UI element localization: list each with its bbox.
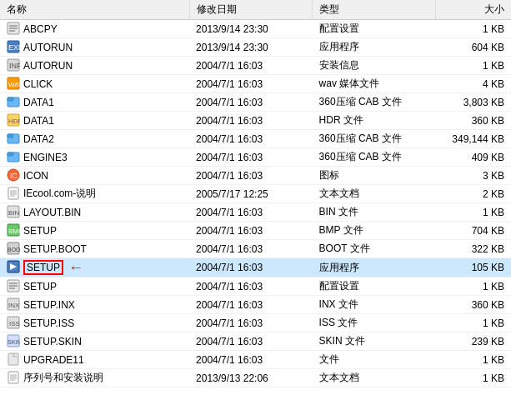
file-date: 2004/7/1 16:03 (189, 148, 313, 167)
file-size: 105 KB (435, 258, 511, 278)
file-size: 409 KB (435, 148, 511, 167)
file-name: AUTORUN (23, 60, 73, 72)
file-size: 1 KB (435, 278, 511, 296)
file-icon: IC (7, 168, 20, 182)
file-date: 2013/9/14 23:30 (189, 20, 313, 38)
column-header-size[interactable]: 大小 (435, 0, 511, 20)
file-size: 1 KB (435, 203, 511, 222)
svg-text:SKIN: SKIN (8, 339, 20, 345)
table-row[interactable]: DATA12004/7/1 16:03360压缩 CAB 文件3,803 KB (0, 93, 511, 112)
file-size: 360 KB (435, 112, 511, 130)
svg-rect-15 (8, 134, 13, 138)
table-row[interactable]: INXSETUP.INX2004/7/1 16:03INX 文件360 KB (0, 296, 511, 314)
file-name-cell: ENGINE3 (0, 148, 189, 167)
file-name: SETUP (23, 225, 57, 237)
file-name: DATA2 (23, 133, 54, 145)
file-size: 239 KB (435, 332, 511, 351)
svg-text:EXE: EXE (8, 43, 20, 52)
file-type: 360压缩 CAB 文件 (313, 148, 436, 167)
table-row[interactable]: HDRDATA12004/7/1 16:03HDR 文件360 KB (0, 112, 511, 130)
file-name: CLICK (23, 78, 53, 90)
table-row[interactable]: UPGRADE112004/7/1 16:03文件1 KB (0, 351, 511, 369)
file-name-cell: ISSSETUP.ISS (0, 314, 189, 332)
table-row[interactable]: BINLAYOUT.BIN2004/7/1 16:03BIN 文件1 KB (0, 203, 511, 222)
file-size: 2 KB (435, 185, 511, 203)
file-date: 2013/9/13 22:06 (189, 369, 313, 388)
file-size: 704 KB (435, 222, 511, 240)
column-header-date[interactable]: 修改日期 (189, 0, 313, 20)
table-row[interactable]: EXEAUTORUN2013/9/14 23:30应用程序604 KB (0, 38, 511, 57)
column-header-name[interactable]: 名称 (0, 0, 189, 20)
file-size: 322 KB (435, 240, 511, 258)
table-row[interactable]: BMPSETUP2004/7/1 16:03BMP 文件704 KB (0, 222, 511, 240)
svg-text:ISS: ISS (9, 320, 20, 328)
file-name-cell: INXSETUP.INX (0, 296, 189, 314)
file-icon (7, 279, 20, 292)
file-icon: INX (7, 298, 20, 311)
table-row[interactable]: ISSSETUP.ISS2004/7/1 16:03ISS 文件1 KB (0, 314, 511, 332)
file-date: 2004/7/1 16:03 (189, 278, 313, 296)
table-row[interactable]: DATA22004/7/1 16:03360压缩 CAB 文件349,144 K… (0, 130, 511, 148)
table-row[interactable]: BOOTSETUP.BOOT2004/7/1 16:03BOOT 文件322 K… (0, 240, 511, 258)
file-name: SETUP.SKIN (23, 336, 82, 348)
file-type: 文本文档 (313, 185, 436, 203)
file-date: 2004/7/1 16:03 (189, 203, 313, 222)
file-name-cell: ABCPY (0, 20, 189, 38)
svg-text:INF: INF (9, 62, 20, 70)
file-name: DATA1 (23, 97, 54, 108)
table-row[interactable]: SKINSETUP.SKIN2004/7/1 16:03SKIN 文件239 K… (0, 332, 511, 351)
svg-rect-20 (8, 188, 18, 199)
file-icon: BIN (7, 205, 20, 218)
svg-rect-11 (8, 98, 13, 101)
svg-text:BOOT: BOOT (8, 247, 20, 252)
table-row[interactable]: ABCPY2013/9/14 23:30配置设置1 KB (0, 20, 511, 38)
file-size: 1 KB (435, 20, 511, 38)
svg-text:IC: IC (10, 172, 18, 180)
file-date: 2004/7/1 16:03 (189, 240, 313, 258)
file-name: SETUP (27, 262, 60, 273)
svg-text:INX: INX (8, 302, 20, 309)
file-date: 2004/7/1 16:03 (189, 75, 313, 93)
svg-rect-17 (8, 152, 13, 156)
file-date: 2004/7/1 16:03 (189, 296, 313, 314)
file-list[interactable]: 名称 修改日期 类型 大小 ABCPY2013/9/14 23:30配置设置1 … (0, 0, 511, 420)
file-name-cell: IEcool.com-说明 (0, 185, 189, 203)
file-icon (7, 95, 20, 108)
table-row[interactable]: INFAUTORUN2004/7/1 16:03安装信息1 KB (0, 57, 511, 75)
file-name-cell: BINLAYOUT.BIN (0, 203, 189, 222)
file-icon (7, 22, 20, 35)
file-name-cell: ICICON (0, 167, 189, 185)
file-type: BOOT 文件 (313, 240, 436, 258)
table-row[interactable]: ENGINE32004/7/1 16:03360压缩 CAB 文件409 KB (0, 148, 511, 167)
file-date: 2004/7/1 16:03 (189, 314, 313, 332)
file-date: 2004/7/1 16:03 (189, 93, 313, 112)
file-size: 3 KB (435, 167, 511, 185)
table-row[interactable]: SETUP←2004/7/1 16:03应用程序105 KB (0, 258, 511, 278)
table-row[interactable]: SETUP2004/7/1 16:03配置设置1 KB (0, 278, 511, 296)
file-name-cell: HDRDATA1 (0, 112, 189, 130)
file-name-cell: INFAUTORUN (0, 57, 189, 75)
file-icon (7, 132, 20, 145)
file-type: 配置设置 (313, 278, 436, 296)
table-row[interactable]: WAVCLICK2004/7/1 16:03wav 媒体文件4 KB (0, 75, 511, 93)
file-name: DATA1 (23, 115, 54, 127)
table-row[interactable]: IEcool.com-说明2005/7/17 12:25文本文档2 KB (0, 185, 511, 203)
file-name-cell: BMPSETUP (0, 222, 189, 240)
file-type: BMP 文件 (313, 222, 436, 240)
file-size: 1 KB (435, 57, 511, 75)
table-row[interactable]: ICICON2004/7/1 16:03图标3 KB (0, 167, 511, 185)
file-type: wav 媒体文件 (313, 75, 436, 93)
table-row[interactable]: 序列号和安装说明2013/9/13 22:06文本文档1 KB (0, 369, 511, 388)
file-icon (7, 260, 20, 273)
file-type: 配置设置 (313, 20, 436, 38)
file-icon: BMP (7, 223, 20, 237)
svg-text:BIN: BIN (8, 209, 20, 217)
file-type: 360压缩 CAB 文件 (313, 130, 436, 148)
column-header-type[interactable]: 类型 (313, 0, 436, 20)
file-date: 2004/7/1 16:03 (189, 130, 313, 148)
file-name-cell: EXEAUTORUN (0, 38, 189, 57)
file-type: BIN 文件 (313, 203, 436, 222)
file-date: 2004/7/1 16:03 (189, 351, 313, 369)
file-icon: ISS (7, 316, 20, 329)
svg-rect-44 (8, 372, 18, 383)
